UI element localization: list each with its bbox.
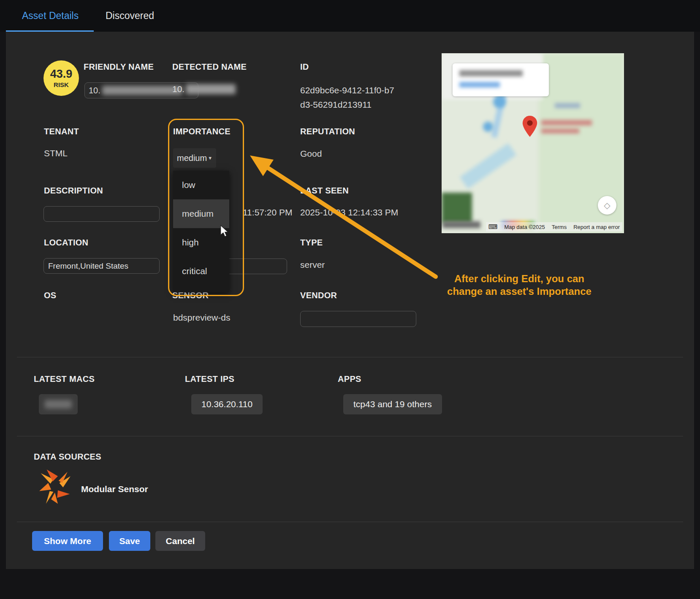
latest-ips-label: LATEST IPS xyxy=(185,374,234,384)
id-value-line1: 62d9bc6e-9412-11f0-b7 xyxy=(300,83,394,98)
map-road xyxy=(555,103,580,108)
location-input[interactable]: Fremont,United States xyxy=(43,258,160,274)
friendly-name-label: FRIENDLY NAME xyxy=(84,62,154,72)
risk-score-badge: 43.9 RISK xyxy=(43,60,79,96)
location-map[interactable]: ◇ ⌨ Map data ©2025 Terms Report a map er… xyxy=(442,53,624,233)
annotation-line1: After clicking Edit, you can xyxy=(431,272,608,285)
map-pin-label-redacted xyxy=(541,120,592,125)
map-attribution: ⌨ Map data ©2025 Terms Report a map erro… xyxy=(486,222,622,231)
last-seen-label: LAST SEEN xyxy=(300,186,349,196)
apps-chip[interactable]: tcp43 and 19 others xyxy=(343,394,442,414)
latest-ip-value: 10.36.20.110 xyxy=(201,399,252,409)
map-pin-label-redacted xyxy=(541,128,579,133)
location-value: Fremont,United States xyxy=(48,261,128,271)
reputation-value: Good xyxy=(300,149,322,159)
map-marker-blue xyxy=(493,95,506,108)
friendly-name-prefix: 10. xyxy=(89,86,100,95)
show-more-button[interactable]: Show More xyxy=(32,531,103,551)
description-label: DESCRIPTION xyxy=(44,186,103,196)
map-infocard-link-redacted xyxy=(459,82,500,87)
map-marker-blue xyxy=(483,122,493,132)
tab-bar: Asset Details Discovered xyxy=(0,0,700,32)
latest-mac-chip[interactable] xyxy=(39,394,78,414)
first-seen-value-partial: 11:57:20 PM xyxy=(243,207,293,218)
importance-label: IMPORTANCE xyxy=(173,127,231,136)
modular-sensor-icon xyxy=(36,467,73,506)
description-input[interactable] xyxy=(43,206,160,222)
importance-dropdown: low medium high critical xyxy=(173,171,229,292)
annotation-line2: change an asset's Importance xyxy=(431,285,608,298)
importance-selected-value: medium xyxy=(177,153,207,163)
section-divider xyxy=(17,436,683,436)
vendor-label: VENDOR xyxy=(300,291,337,300)
map-pin-icon xyxy=(522,116,538,137)
importance-option-medium[interactable]: medium xyxy=(173,199,229,228)
apps-value: tcp43 and 19 others xyxy=(353,399,432,409)
last-seen-value: 2025-10-03 12:14:33 PM xyxy=(300,207,398,218)
section-divider xyxy=(17,357,683,357)
importance-select[interactable]: medium ▼ xyxy=(173,148,216,168)
map-control-icon[interactable]: ◇ xyxy=(598,196,616,215)
latest-macs-label: LATEST MACS xyxy=(34,374,95,384)
map-river xyxy=(460,143,516,189)
importance-option-critical[interactable]: critical xyxy=(173,257,229,286)
chevron-down-icon: ▼ xyxy=(208,155,212,161)
map-control-glyph: ◇ xyxy=(604,200,610,210)
tenant-label: TENANT xyxy=(44,127,79,136)
risk-score-value: 43.9 xyxy=(50,68,73,80)
section-divider xyxy=(17,522,683,522)
type-label: TYPE xyxy=(300,238,323,248)
os-label: OS xyxy=(44,291,57,300)
map-attribution-text: Map data ©2025 xyxy=(504,224,545,230)
map-park xyxy=(442,193,472,223)
id-value: 62d9bc6e-9412-11f0-b7 d3-56291d213911 xyxy=(300,83,394,112)
detected-name-prefix: 10. xyxy=(172,84,184,94)
map-infocard xyxy=(453,63,549,96)
detected-name-label: DETECTED NAME xyxy=(172,62,247,72)
importance-option-low[interactable]: low xyxy=(173,171,229,199)
friendly-name-redacted xyxy=(102,86,182,95)
keyboard-icon: ⌨ xyxy=(488,223,498,231)
detected-name-redacted xyxy=(186,84,236,94)
mac-redacted xyxy=(45,400,72,408)
map-infocard-title-redacted xyxy=(459,70,523,76)
id-label: ID xyxy=(300,62,309,72)
tab-discovered[interactable]: Discovered xyxy=(106,0,154,32)
map-report-link[interactable]: Report a map error xyxy=(573,224,620,230)
data-sources-label: DATA SOURCES xyxy=(34,452,101,462)
map-terms-link[interactable]: Terms xyxy=(552,224,567,230)
vendor-input[interactable] xyxy=(300,311,416,327)
annotation-text: After clicking Edit, you can change an a… xyxy=(431,272,608,298)
tenant-value: STML xyxy=(44,148,68,158)
save-button[interactable]: Save xyxy=(109,531,150,551)
cancel-button[interactable]: Cancel xyxy=(155,531,205,551)
tab-asset-details[interactable]: Asset Details xyxy=(22,0,79,32)
map-label-redacted xyxy=(442,221,480,228)
reputation-label: REPUTATION xyxy=(300,127,355,136)
importance-option-high[interactable]: high xyxy=(173,228,229,257)
location-label: LOCATION xyxy=(44,238,88,248)
id-value-line2: d3-56291d213911 xyxy=(300,98,394,112)
risk-score-label: RISK xyxy=(54,81,69,88)
asset-details-page: Asset Details Discovered 43.9 RISK FRIEN… xyxy=(0,0,700,599)
apps-label: APPS xyxy=(338,374,361,384)
sensor-value: bdspreview-ds xyxy=(173,313,230,323)
type-value: server xyxy=(300,260,325,270)
data-source-name: Modular Sensor xyxy=(81,484,148,494)
detected-name-value: 10. xyxy=(172,84,236,94)
latest-ip-chip[interactable]: 10.36.20.110 xyxy=(191,394,263,414)
